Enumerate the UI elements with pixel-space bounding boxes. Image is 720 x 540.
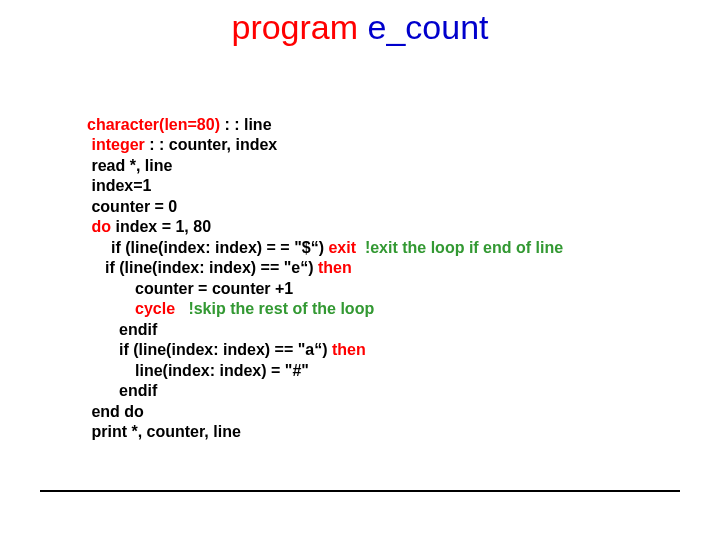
title-word-program: program bbox=[231, 8, 358, 46]
footer-divider bbox=[40, 490, 680, 492]
code-line: index=1 bbox=[75, 176, 685, 196]
code-line: if (line(index: index) == "e“) then bbox=[75, 258, 685, 278]
code-line: character(len=80) : : line bbox=[75, 115, 685, 135]
code-line: if (line(index: index) == "a“) then bbox=[75, 340, 685, 360]
code-line: if (line(index: index) = = "$“) exit !ex… bbox=[75, 238, 685, 258]
slide: program e_count character(len=80) : : li… bbox=[0, 0, 720, 540]
code-line: integer : : counter, index bbox=[75, 135, 685, 155]
code-line: do index = 1, 80 bbox=[75, 217, 685, 237]
code-line: endif bbox=[75, 320, 685, 340]
code-line: counter = counter +1 bbox=[75, 279, 685, 299]
code-line: print *, counter, line bbox=[75, 422, 685, 442]
code-line: counter = 0 bbox=[75, 197, 685, 217]
code-line: end do bbox=[75, 402, 685, 422]
code-line: cycle !skip the rest of the loop bbox=[75, 299, 685, 319]
code-line: read *, line bbox=[75, 156, 685, 176]
code-line: line(index: index) = "#" bbox=[75, 361, 685, 381]
code-line: endif bbox=[75, 381, 685, 401]
title-word-name: e_count bbox=[368, 8, 489, 46]
code-block: character(len=80) : : line integer : : c… bbox=[75, 115, 685, 443]
slide-title: program e_count bbox=[0, 8, 720, 47]
